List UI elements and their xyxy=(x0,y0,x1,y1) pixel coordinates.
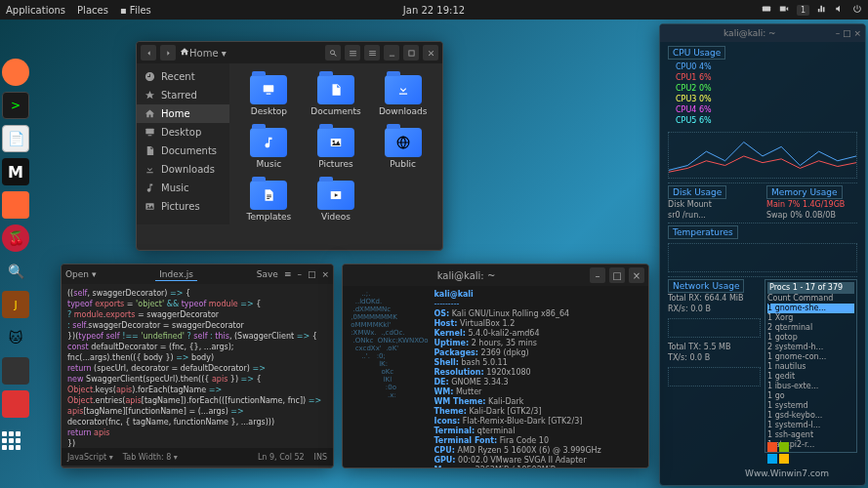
proc-row[interactable]: 2 qterminal xyxy=(767,323,854,333)
open-button[interactable]: Open ▾ xyxy=(65,269,96,279)
minimize-icon[interactable]: – xyxy=(297,269,302,279)
folder-templates[interactable]: Templates xyxy=(237,177,301,225)
topbar-files[interactable]: ▪ Files xyxy=(120,5,151,16)
disk-row: sr0 /run... xyxy=(668,210,759,221)
status-language[interactable]: JavaScript ▾ xyxy=(67,453,113,462)
proc-row[interactable]: 1 gnome-con... xyxy=(767,352,854,362)
search-button[interactable] xyxy=(325,45,341,61)
path-home-chip[interactable]: Home ▾ xyxy=(180,47,227,59)
cpu-usage-label: CPU Usage xyxy=(668,46,725,60)
minimize-icon[interactable]: – xyxy=(836,28,841,38)
close-icon[interactable]: × xyxy=(853,28,861,38)
proc-row[interactable]: 1 systemd xyxy=(767,401,854,411)
launcher-files[interactable] xyxy=(2,125,29,152)
svg-rect-3 xyxy=(145,129,153,135)
cpu-row-1: CPU1 6% xyxy=(676,72,849,83)
proc-row[interactable]: 1 ssh-agent xyxy=(767,430,854,440)
topbar-datetime[interactable]: Jan 22 19:12 xyxy=(403,5,465,16)
network-icon[interactable] xyxy=(817,4,827,16)
launcher-app3[interactable] xyxy=(2,390,29,418)
launcher-terminal[interactable] xyxy=(2,92,29,119)
conky-titlebar[interactable]: kali@kali: ~ – □ × xyxy=(660,24,865,42)
svg-point-5 xyxy=(147,205,149,207)
sidebar-item-recent[interactable]: Recent xyxy=(137,67,229,86)
hamburger-button[interactable] xyxy=(364,45,380,61)
folder-downloads[interactable]: Downloads xyxy=(371,71,434,120)
sidebar-item-downloads[interactable]: Downloads xyxy=(137,160,229,179)
nf-icons: Icons: Flat-Remix-Blue-Dark [GTK2/3] xyxy=(434,417,600,427)
svg-rect-12 xyxy=(779,442,789,452)
power-icon[interactable] xyxy=(852,4,862,16)
code-editor-window: Open ▾ Index.js Save ≡ – □ × ((self, swa… xyxy=(61,264,334,468)
editor-toolbar: Open ▾ Index.js Save ≡ – □ × xyxy=(62,264,333,284)
nav-forward-button[interactable] xyxy=(160,45,176,61)
save-button[interactable]: Save xyxy=(257,269,278,279)
sidebar-item-documents[interactable]: Documents xyxy=(137,142,229,160)
minimize-button[interactable] xyxy=(384,45,399,61)
nf-packages: Packages: 2369 (dpkg) xyxy=(434,348,600,358)
folder-pictures[interactable]: Pictures xyxy=(305,124,368,173)
sidebar-item-starred[interactable]: Starred xyxy=(137,86,229,104)
maximize-button[interactable] xyxy=(403,45,419,61)
memory-usage-label: Memory Usage xyxy=(766,185,843,199)
proc-row[interactable]: 1 ibus-exte... xyxy=(767,382,854,391)
nav-back-button[interactable] xyxy=(141,45,156,61)
proc-row[interactable]: 1 Xorg xyxy=(767,313,854,323)
launcher-cherrytree[interactable] xyxy=(2,224,29,252)
hamburger-icon[interactable]: ≡ xyxy=(284,269,292,279)
svg-rect-13 xyxy=(767,454,777,464)
close-icon[interactable]: × xyxy=(321,269,329,279)
terminal-body[interactable]: ..;. ..ldOKd. .dXMMMNc ,0MMMMMMK oMMMMKk… xyxy=(343,286,648,468)
process-list[interactable]: Procs 1 - 17 of 379 Count Command 1 gnom… xyxy=(765,279,857,453)
topbar-places[interactable]: Places xyxy=(77,5,108,16)
proc-row[interactable]: 1 gnome-she... xyxy=(767,304,854,313)
temp-graph xyxy=(668,243,857,272)
editor-tab[interactable]: Index.js xyxy=(155,268,197,281)
proc-row[interactable]: 1 systemd-l... xyxy=(767,421,854,430)
proc-row[interactable]: 1 gedit xyxy=(767,372,854,382)
launcher-zenmap[interactable] xyxy=(2,258,29,285)
record-icon[interactable] xyxy=(779,4,789,16)
disk-usage-label: Disk Usage xyxy=(668,185,726,199)
maximize-icon[interactable]: □ xyxy=(843,28,851,38)
status-tabwidth[interactable]: Tab Width: 8 ▾ xyxy=(123,453,178,462)
close-button[interactable]: × xyxy=(629,267,644,283)
volume-icon[interactable] xyxy=(835,4,845,16)
proc-row[interactable]: 1 gotop xyxy=(767,333,854,343)
workspace-indicator[interactable]: 1 xyxy=(797,5,809,16)
terminal-titlebar[interactable]: kali@kali: ~ – □ × xyxy=(343,264,648,286)
launcher-firefox[interactable] xyxy=(2,59,29,86)
nf-gpu: GPU: 00:02.0 VMware SVGA II Adapter xyxy=(434,456,600,466)
launcher-app2[interactable] xyxy=(2,357,29,385)
folder-desktop[interactable]: Desktop xyxy=(237,71,301,120)
fm-titlebar[interactable]: Home ▾ xyxy=(137,42,442,63)
keyboard-icon[interactable] xyxy=(762,4,771,16)
proc-row[interactable]: 1 gsd-keybo... xyxy=(767,411,854,421)
folder-documents[interactable]: Documents xyxy=(305,71,368,120)
view-list-button[interactable] xyxy=(345,45,360,61)
svg-rect-14 xyxy=(779,454,789,464)
maximize-button[interactable]: □ xyxy=(609,267,625,283)
launcher-burpsuite[interactable] xyxy=(2,191,29,219)
launcher-metasploit[interactable] xyxy=(2,158,29,185)
folder-music[interactable]: Music xyxy=(237,124,301,173)
maximize-icon[interactable]: □ xyxy=(308,269,316,279)
folder-videos[interactable]: Videos xyxy=(305,177,368,225)
close-button[interactable] xyxy=(423,45,438,61)
proc-row[interactable]: 1 nautilus xyxy=(767,362,854,372)
sidebar-item-desktop[interactable]: Desktop xyxy=(137,123,229,142)
sidebar-item-pictures[interactable]: Pictures xyxy=(137,197,229,216)
net-tx-total: Total TX: 5.5 MB xyxy=(668,342,761,352)
topbar-applications[interactable]: Applications xyxy=(6,5,65,16)
rx-graph xyxy=(668,318,761,338)
proc-row[interactable]: 2 systemd-h... xyxy=(767,343,854,352)
sidebar-item-home[interactable]: Home xyxy=(137,104,229,123)
sidebar-item-music[interactable]: Music xyxy=(137,179,229,197)
launcher-app[interactable] xyxy=(2,324,29,351)
launcher-john[interactable] xyxy=(2,291,29,318)
show-applications-icon[interactable] xyxy=(2,431,33,450)
minimize-button[interactable]: – xyxy=(590,267,605,283)
code-area[interactable]: ((self, swaggerDecorator) => { typeof ex… xyxy=(62,284,333,448)
proc-row[interactable]: 1 go xyxy=(767,391,854,401)
folder-public[interactable]: Public xyxy=(371,124,434,173)
